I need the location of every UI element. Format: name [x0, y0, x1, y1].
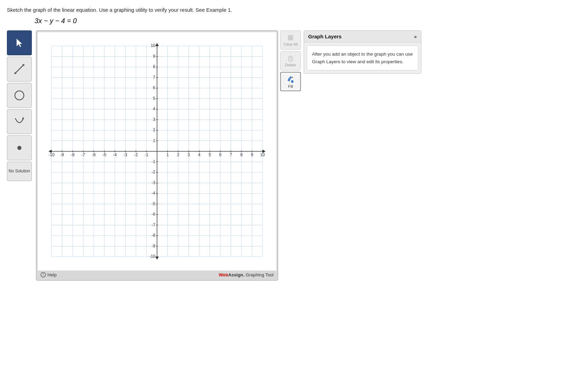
delete-icon	[287, 55, 294, 62]
instruction-text: Sketch the graph of the linear equation.…	[7, 7, 581, 13]
brand-assign: Assign.	[228, 272, 245, 277]
brand-tool: Graphing Tool	[245, 272, 274, 277]
help-icon: ?	[40, 272, 46, 277]
clear-all-icon	[287, 34, 294, 41]
circle-tool-button[interactable]	[7, 83, 32, 108]
graph-canvas-wrapper	[38, 32, 276, 271]
parabola-tool-button[interactable]	[7, 109, 32, 134]
help-link[interactable]: ? Help	[40, 272, 57, 277]
graph-layers-body: After you add an object to the graph you…	[307, 45, 418, 70]
main-container: No Solution ? Help WebAssign. Graphing T…	[7, 30, 581, 281]
webassign-brand: WebAssign. Graphing Tool	[219, 272, 274, 277]
svg-marker-5	[22, 117, 24, 120]
graph-footer: ? Help WebAssign. Graphing Tool	[38, 271, 276, 279]
delete-button[interactable]: Delete	[280, 51, 301, 70]
graph-layers-panel: Graph Layers « After you add an object t…	[304, 30, 421, 74]
equation-display: 3x − y − 4 = 0	[35, 17, 581, 25]
line-tool-button[interactable]	[7, 57, 32, 82]
graph-layers-collapse-button[interactable]: «	[414, 34, 417, 39]
graph-layers-header: Graph Layers «	[304, 31, 421, 42]
graph-area: ? Help WebAssign. Graphing Tool	[36, 30, 278, 281]
right-buttons: Clear All Delete Fill	[280, 30, 301, 91]
point-tool-button[interactable]	[7, 135, 32, 160]
fill-button[interactable]: Fill	[280, 72, 301, 91]
fill-icon	[286, 75, 295, 83]
no-solution-button[interactable]: No Solution	[7, 162, 32, 181]
toolbar: No Solution	[7, 30, 33, 181]
svg-point-4	[15, 91, 24, 100]
svg-point-6	[17, 146, 21, 150]
clear-all-button[interactable]: Clear All	[280, 30, 301, 50]
svg-rect-12	[289, 57, 292, 61]
brand-web: Web	[219, 272, 228, 277]
svg-marker-0	[17, 39, 22, 47]
pointer-tool-button[interactable]	[7, 30, 32, 55]
svg-text:?: ?	[42, 273, 44, 277]
graph-layers-title: Graph Layers	[308, 34, 342, 39]
svg-line-1	[15, 64, 24, 74]
graph-canvas[interactable]	[38, 32, 276, 271]
